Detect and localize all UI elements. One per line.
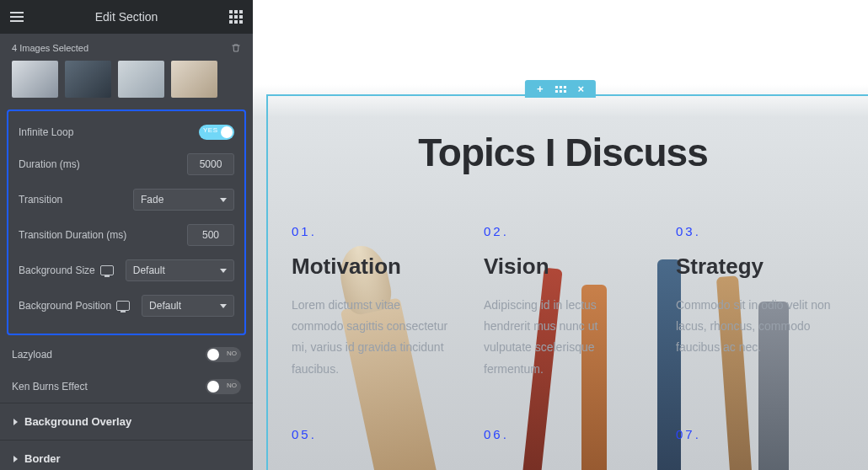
bg-size-select[interactable]: Default	[126, 259, 234, 281]
column-number: 01.	[292, 224, 450, 238]
bg-position-select[interactable]: Default	[142, 295, 234, 317]
thumbnail[interactable]	[171, 61, 217, 98]
trash-icon[interactable]	[231, 42, 241, 54]
duration-row: Duration (ms)	[13, 147, 239, 182]
transition-select[interactable]: Fade	[133, 189, 234, 211]
transition-label: Transition	[19, 194, 62, 206]
duration-label: Duration (ms)	[19, 158, 80, 170]
bg-position-label: Background Position	[19, 300, 111, 312]
slideshow-settings-highlight: Infinite Loop YES Duration (ms) Transiti…	[7, 109, 246, 335]
sidebar-header: Edit Section	[0, 0, 253, 34]
infinite-loop-toggle[interactable]: YES	[199, 125, 234, 140]
menu-icon[interactable]	[10, 12, 24, 22]
transition-duration-label: Transition Duration (ms)	[19, 229, 126, 241]
column-number: 02.	[484, 224, 642, 238]
column-title: Strategy	[676, 254, 834, 280]
ken-burns-label: Ken Burns Effect	[12, 381, 88, 393]
lazyload-label: Lazyload	[12, 349, 52, 361]
responsive-icon[interactable]	[100, 265, 114, 275]
thumbnail[interactable]	[65, 61, 111, 98]
drag-section-icon[interactable]	[555, 86, 566, 93]
transition-duration-row: Transition Duration (ms)	[13, 217, 239, 253]
ken-burns-row: Ken Burns Effect NO	[0, 371, 253, 403]
column-text: Adipiscing id in lectus hendrerit mus nu…	[484, 295, 642, 380]
bg-size-label: Background Size	[19, 264, 95, 276]
column-number: 05.	[292, 427, 450, 441]
column[interactable]: 03. Strategy Commodo sit in odio velit n…	[676, 224, 834, 380]
images-selected-label: 4 Images Selected	[12, 43, 88, 53]
infinite-loop-label: Infinite Loop	[19, 126, 73, 138]
transition-duration-input[interactable]	[187, 224, 234, 246]
transition-row: Transition Fade	[13, 182, 239, 217]
image-thumbnails[interactable]	[12, 61, 241, 98]
duration-input[interactable]	[187, 153, 234, 175]
column-number: 03.	[676, 224, 834, 238]
column-number: 06.	[484, 427, 642, 441]
column-text: Commodo sit in odio velit non lacus, rho…	[676, 295, 834, 359]
column-title: Motivation	[292, 254, 450, 280]
lazyload-row: Lazyload NO	[0, 339, 253, 371]
columns-row-2: 05. 06. 07.	[292, 427, 834, 441]
bg-size-row: Background Size Default	[13, 253, 239, 288]
widgets-icon[interactable]	[229, 10, 243, 24]
section-content[interactable]: Topics I Discuss 01. Motivation Lorem di…	[266, 94, 868, 470]
preview-canvas[interactable]: + × Topics I Discuss 01. Motivation Lore…	[253, 0, 868, 470]
editor-sidebar: Edit Section 4 Images Selected Infinite …	[0, 0, 253, 470]
ken-burns-toggle[interactable]: NO	[206, 379, 241, 394]
column-text: Lorem dictumst vitae commodo sagittis co…	[292, 295, 450, 380]
chevron-right-icon	[13, 419, 18, 425]
add-section-button[interactable]: +	[537, 83, 544, 94]
bg-overlay-accordion[interactable]: Background Overlay	[0, 403, 253, 440]
images-section: 4 Images Selected	[0, 34, 253, 106]
page-title: Topics I Discuss	[292, 130, 834, 175]
lazyload-toggle[interactable]: NO	[206, 347, 241, 362]
column-number: 07.	[676, 427, 834, 441]
responsive-icon[interactable]	[116, 301, 130, 311]
column[interactable]: 02. Vision Adipiscing id in lectus hendr…	[484, 224, 642, 380]
border-accordion[interactable]: Border	[0, 440, 253, 470]
bg-position-row: Background Position Default	[13, 288, 239, 323]
sidebar-body: 4 Images Selected Infinite Loop YES Dura…	[0, 34, 253, 470]
columns: 01. Motivation Lorem dictumst vitae comm…	[292, 224, 834, 380]
thumbnail[interactable]	[118, 61, 164, 98]
remove-section-button[interactable]: ×	[578, 83, 585, 94]
chevron-right-icon	[13, 456, 18, 462]
infinite-loop-row: Infinite Loop YES	[13, 118, 239, 147]
panel-title: Edit Section	[95, 10, 158, 24]
column-title: Vision	[484, 254, 642, 280]
thumbnail[interactable]	[12, 61, 58, 98]
column[interactable]: 01. Motivation Lorem dictumst vitae comm…	[292, 224, 450, 380]
